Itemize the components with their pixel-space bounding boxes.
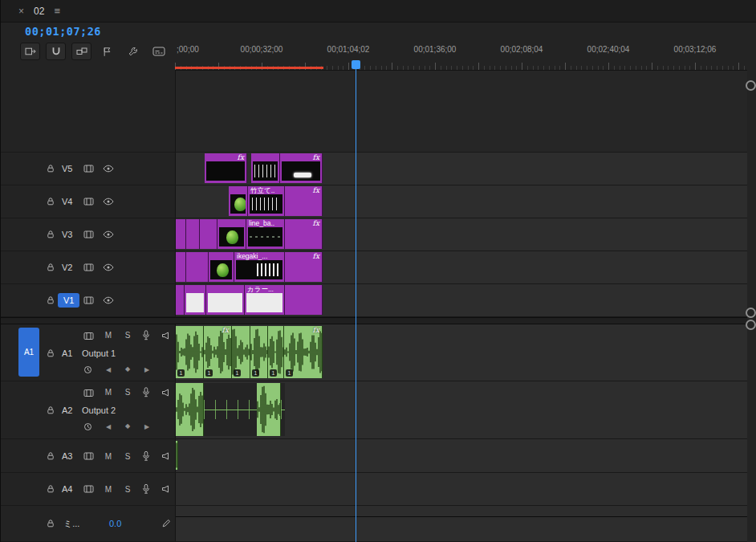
- sync-lock-icon[interactable]: [83, 296, 94, 305]
- video-clip[interactable]: fx: [285, 252, 323, 282]
- empty-lane[interactable]: [175, 71, 747, 152]
- track-lock-icon[interactable]: [46, 405, 55, 415]
- track-target-v5[interactable]: V5: [62, 164, 72, 173]
- snap-button[interactable]: [46, 43, 66, 60]
- sync-lock-icon[interactable]: [83, 230, 94, 239]
- speaker-icon[interactable]: [161, 452, 169, 460]
- prev-keyframe-icon[interactable]: ◀: [103, 423, 114, 430]
- track-lane-a2[interactable]: [175, 381, 747, 438]
- toggle-track-output-icon[interactable]: [103, 165, 114, 173]
- track-lane-a4[interactable]: [175, 473, 747, 505]
- track-lock-icon[interactable]: [46, 263, 55, 272]
- playhead[interactable]: [356, 67, 356, 542]
- show-keyframes-icon[interactable]: [83, 365, 92, 374]
- source-patch-a1[interactable]: A1: [18, 328, 39, 377]
- toggle-track-output-icon[interactable]: [103, 198, 114, 206]
- audio-clip[interactable]: [176, 441, 178, 470]
- track-lane-v3[interactable]: line_ba...fx: [175, 218, 747, 251]
- close-panel-icon[interactable]: ×: [18, 6, 24, 17]
- speaker-icon[interactable]: [161, 485, 169, 493]
- track-lock-icon[interactable]: [46, 519, 55, 528]
- next-keyframe-icon[interactable]: ▶: [141, 366, 152, 373]
- video-audio-divider[interactable]: [1, 317, 747, 324]
- audio-clip[interactable]: 1: [268, 326, 284, 378]
- sequence-tab[interactable]: 02: [34, 6, 44, 17]
- video-clip[interactable]: [217, 219, 246, 249]
- scrollbar-handle-audio[interactable]: [746, 320, 756, 330]
- video-clip[interactable]: ikegaki_...: [234, 252, 285, 282]
- track-name-a3[interactable]: A3: [62, 451, 72, 461]
- scrollbar-handle-video[interactable]: [746, 308, 756, 318]
- video-clip[interactable]: [176, 285, 185, 315]
- video-clip[interactable]: fx: [280, 153, 323, 183]
- track-lane-v2[interactable]: ikegaki_...fx: [175, 251, 747, 283]
- add-keyframe-icon[interactable]: ◆: [122, 422, 133, 430]
- time-ruler[interactable]: ;00;0000;00;32;0000;01;04;0200;01;36;000…: [175, 43, 747, 71]
- audio-clip[interactable]: 1fx: [204, 326, 232, 378]
- volume-rubber-band[interactable]: [176, 516, 747, 517]
- video-clip[interactable]: [186, 219, 200, 249]
- output-assignment[interactable]: Output 2: [82, 405, 116, 415]
- track-name-a1[interactable]: A1: [62, 348, 72, 358]
- sync-lock-icon[interactable]: [83, 389, 94, 397]
- speaker-icon[interactable]: [161, 389, 169, 397]
- track-lane-v1[interactable]: カラー...: [175, 284, 747, 316]
- track-target-v1[interactable]: V1: [58, 293, 79, 308]
- solo-button[interactable]: S: [121, 388, 134, 397]
- video-clip[interactable]: カラー...: [245, 285, 285, 315]
- track-lock-icon[interactable]: [46, 197, 55, 206]
- track-lock-icon[interactable]: [46, 230, 55, 239]
- audio-clip[interactable]: [204, 383, 257, 436]
- video-clip[interactable]: fx: [205, 153, 247, 183]
- sync-lock-icon[interactable]: [83, 451, 94, 460]
- insert-overwrite-button[interactable]: [20, 43, 40, 60]
- video-clip[interactable]: line_ba...: [246, 219, 285, 249]
- solo-button[interactable]: S: [121, 451, 134, 460]
- sync-lock-icon[interactable]: [83, 198, 94, 206]
- scrollbar-handle-top[interactable]: [746, 80, 756, 91]
- track-lock-icon[interactable]: [46, 451, 55, 461]
- timeline-settings-button[interactable]: [123, 43, 143, 60]
- audio-clip[interactable]: [281, 383, 285, 436]
- mute-button[interactable]: M: [102, 485, 115, 494]
- toggle-track-output-icon[interactable]: [103, 296, 114, 304]
- voiceover-record-icon[interactable]: [142, 450, 150, 461]
- sync-lock-icon[interactable]: [83, 332, 94, 340]
- next-keyframe-icon[interactable]: ▶: [141, 423, 152, 430]
- track-lane-a3[interactable]: [175, 439, 747, 472]
- linked-selection-button[interactable]: [71, 43, 91, 60]
- mute-button[interactable]: M: [102, 331, 115, 340]
- panel-menu-icon[interactable]: ≡: [54, 5, 60, 17]
- video-clip[interactable]: fx: [285, 186, 323, 216]
- voiceover-record-icon[interactable]: [142, 387, 150, 397]
- audio-clip[interactable]: [176, 383, 204, 436]
- voiceover-record-icon[interactable]: [142, 484, 150, 495]
- audio-clip[interactable]: 1: [250, 326, 268, 378]
- video-clip[interactable]: fx: [285, 219, 323, 249]
- audio-clip[interactable]: 1: [176, 326, 204, 378]
- track-lock-icon[interactable]: [46, 348, 55, 358]
- mute-button[interactable]: M: [102, 388, 115, 397]
- solo-button[interactable]: S: [121, 331, 134, 340]
- track-lock-icon[interactable]: [46, 295, 55, 305]
- video-clip[interactable]: [185, 285, 206, 315]
- track-lane-v4[interactable]: 竹立て...fx: [175, 185, 747, 218]
- master-level-value[interactable]: 0.0: [109, 519, 121, 528]
- video-clip[interactable]: [176, 219, 186, 249]
- solo-button[interactable]: S: [121, 485, 134, 494]
- track-target-v4[interactable]: V4: [62, 197, 72, 206]
- video-clip[interactable]: [206, 285, 245, 315]
- playhead-head[interactable]: [352, 60, 360, 69]
- track-name-a4[interactable]: A4: [62, 484, 72, 494]
- video-clip[interactable]: [285, 285, 323, 315]
- track-name-a2[interactable]: A2: [62, 405, 72, 415]
- sync-lock-icon[interactable]: [83, 485, 94, 494]
- track-lane-v5[interactable]: fxfx: [175, 153, 747, 185]
- voiceover-record-icon[interactable]: [142, 330, 150, 340]
- video-clip[interactable]: [209, 252, 234, 282]
- speaker-icon[interactable]: [161, 332, 169, 340]
- toggle-track-output-icon[interactable]: [103, 230, 114, 238]
- audio-clip[interactable]: 1: [232, 326, 250, 378]
- master-lane[interactable]: [175, 506, 747, 541]
- video-clip[interactable]: [251, 153, 280, 183]
